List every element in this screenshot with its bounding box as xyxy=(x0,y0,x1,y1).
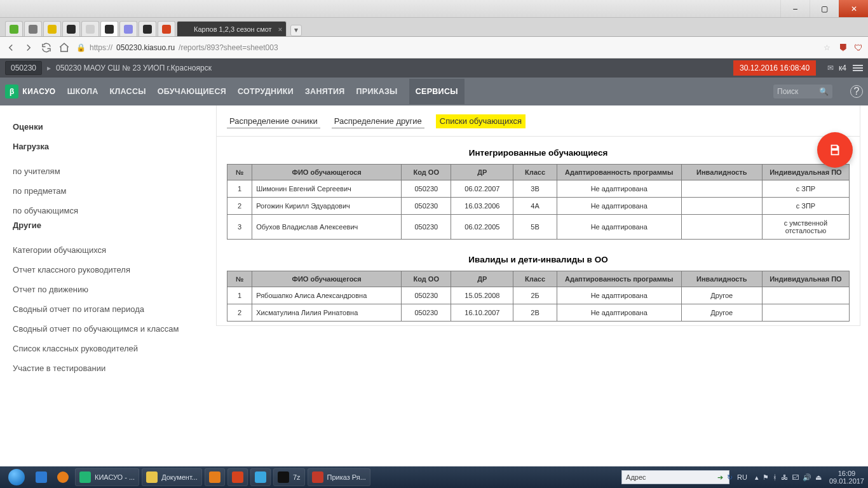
reload-button[interactable] xyxy=(41,42,52,53)
system-tray[interactable]: ▴ ⚑ ᚼ 🖧 🗠 🔊 ⏏ 16:09 09.01.2017 xyxy=(755,470,864,485)
sidebar-item[interactable]: по учителям xyxy=(13,161,203,181)
column-header: ФИО обучающегося xyxy=(252,271,402,287)
browser-tab[interactable]: Карпов 1,2,3 сезон смот× xyxy=(177,21,287,36)
app-icon xyxy=(232,471,243,483)
table-row: 3Обухов Владислав Алексеевич05023006.02.… xyxy=(227,215,850,240)
report-tab[interactable]: Распределение очники xyxy=(227,114,320,128)
tray-clock[interactable]: 16:09 09.01.2017 xyxy=(829,470,864,485)
shield-icon[interactable]: 🛡 xyxy=(854,43,863,53)
taskbar-app[interactable]: 7z xyxy=(273,468,305,486)
tray-chevron-icon[interactable]: ▴ xyxy=(755,473,759,482)
table-cell: 050230 xyxy=(402,198,451,215)
taskbar-app[interactable] xyxy=(250,468,271,486)
table-cell: 050230 xyxy=(402,180,451,198)
desktop-address-toolbar[interactable]: Адрес ➔ ↻ xyxy=(621,470,729,484)
org-code-chip[interactable]: 050230 xyxy=(5,61,42,75)
browser-tab[interactable] xyxy=(139,21,156,36)
tray-volume-icon[interactable]: 🔊 xyxy=(803,473,811,482)
app-icon xyxy=(312,471,323,483)
taskbar-pin-firefox[interactable] xyxy=(53,468,72,486)
browser-tab[interactable] xyxy=(81,21,99,36)
content-area: Распределение очникиРаспределение другие… xyxy=(216,105,868,466)
tab-favicon xyxy=(162,25,171,34)
column-header: № xyxy=(227,165,252,180)
window-close-button[interactable]: ✕ xyxy=(839,0,868,17)
table-cell: 1 xyxy=(227,287,252,304)
nav-item-приказы[interactable]: ПРИКАЗЫ xyxy=(356,87,398,96)
taskbar-app[interactable] xyxy=(205,468,225,486)
table-cell: Не адаптирована xyxy=(557,180,681,198)
nav-item-обучающиеся[interactable]: ОБУЧАЮЩИЕСЯ xyxy=(158,87,226,96)
taskbar-app[interactable]: Приказ Ря... xyxy=(308,468,370,486)
data-table: №ФИО обучающегосяКод ООДРКлассАдаптирова… xyxy=(227,164,850,240)
table-cell: Не адаптирована xyxy=(557,215,681,240)
adblock-icon[interactable]: ⛊ xyxy=(839,43,848,53)
browser-tab[interactable] xyxy=(62,21,80,36)
report-tab[interactable]: Списки обучающихся xyxy=(436,114,526,128)
site-search[interactable]: 🔍 xyxy=(773,85,832,98)
bookmark-button[interactable]: ☆ xyxy=(821,42,832,53)
new-tab-button[interactable]: ▾ xyxy=(290,25,302,36)
nav-item-сотрудники[interactable]: СОТРУДНИКИ xyxy=(238,87,294,96)
taskbar-app[interactable]: КИАСУО - ... xyxy=(75,468,139,486)
sidebar-item[interactable]: Сводный отчет по итогам периода xyxy=(13,299,203,319)
tab-favicon xyxy=(124,25,133,34)
sidebar-item[interactable]: Сводный отчет по обучающимся и классам xyxy=(13,319,203,339)
sidebar-item[interactable]: Отчет классного руководителя xyxy=(13,260,203,280)
app-label: КИАСУО - ... xyxy=(95,473,135,481)
search-icon[interactable]: 🔍 xyxy=(819,87,829,96)
lang-indicator[interactable]: RU xyxy=(737,473,747,481)
tab-favicon xyxy=(29,25,37,34)
home-button[interactable] xyxy=(58,42,70,53)
sidebar-item[interactable]: Отчет по движению xyxy=(13,280,203,299)
table-cell: 3В xyxy=(513,180,557,198)
tray-network-icon[interactable]: 🖧 xyxy=(781,473,788,481)
brand[interactable]: β КИАСУО xyxy=(5,85,56,98)
back-button[interactable] xyxy=(5,42,17,53)
table-cell: 050230 xyxy=(402,304,451,322)
window-maximize-button[interactable]: ▢ xyxy=(810,0,839,17)
browser-tab[interactable] xyxy=(158,21,175,36)
save-fab[interactable] xyxy=(817,132,853,168)
report-tabs: Распределение очникиРаспределение другие… xyxy=(217,105,860,137)
forward-button[interactable] xyxy=(23,42,34,53)
tray-more-icon[interactable]: ⏏ xyxy=(815,473,822,482)
browser-tab[interactable] xyxy=(119,21,137,36)
user-label[interactable]: к4 xyxy=(839,64,846,72)
table-cell xyxy=(681,215,762,240)
tray-bluetooth-icon[interactable]: ᚼ xyxy=(773,473,777,481)
sidebar-item[interactable]: Категории обучающихся xyxy=(13,240,203,260)
sidebar-item[interactable]: по обучающимся xyxy=(13,201,203,220)
start-button[interactable] xyxy=(4,468,29,486)
mail-icon[interactable]: ✉ xyxy=(822,64,839,72)
sidebar-item[interactable]: Участие в тестировании xyxy=(13,358,203,378)
refresh-icon[interactable]: ↻ xyxy=(727,473,733,482)
nav-item-занятия[interactable]: ЗАНЯТИЯ xyxy=(305,87,345,96)
go-icon[interactable]: ➔ xyxy=(717,473,723,482)
nav-item-школа[interactable]: ШКОЛА xyxy=(67,87,98,96)
report-tab[interactable]: Распределение другие xyxy=(332,114,424,128)
browser-tab[interactable] xyxy=(24,21,42,36)
search-input[interactable] xyxy=(777,87,815,96)
help-icon[interactable]: ? xyxy=(850,85,863,98)
browser-tab[interactable] xyxy=(100,21,118,36)
browser-tab[interactable] xyxy=(5,21,23,36)
table-cell: 1 xyxy=(227,180,252,198)
taskbar-app[interactable] xyxy=(227,468,248,486)
tray-battery-icon[interactable]: 🗠 xyxy=(792,473,799,481)
nav-item-сервисы[interactable]: СЕРВИСЫ xyxy=(409,79,465,104)
floppy-icon xyxy=(828,143,842,157)
browser-tab[interactable] xyxy=(43,21,61,36)
timestamp-badge: 30.12.2016 16:08:40 xyxy=(733,60,816,76)
taskbar-pin-ie[interactable] xyxy=(32,468,51,486)
sidebar-item[interactable]: по предметам xyxy=(13,181,203,201)
taskbar-app[interactable]: Документ... xyxy=(142,468,202,486)
menu-icon[interactable] xyxy=(853,65,863,71)
sidebar-item[interactable]: Список классных руководителей xyxy=(13,339,203,358)
address-bar[interactable]: 🔒 https://050230.kiasuo.ru/reports/893?s… xyxy=(76,43,815,52)
tab-close-icon[interactable]: × xyxy=(278,25,282,33)
address-input[interactable] xyxy=(650,473,714,481)
tray-action-center-icon[interactable]: ⚑ xyxy=(763,473,769,482)
window-minimize-button[interactable]: – xyxy=(780,0,810,17)
nav-item-классы[interactable]: КЛАССЫ xyxy=(110,87,146,96)
